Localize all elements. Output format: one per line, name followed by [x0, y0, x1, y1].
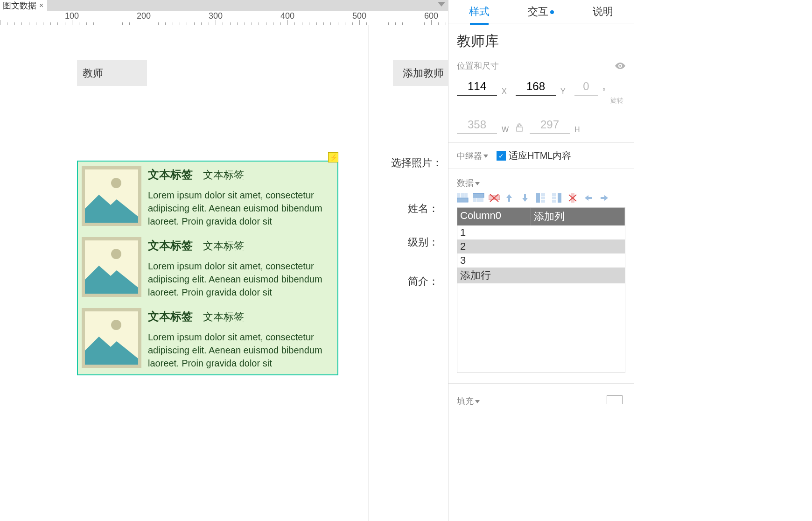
svg-rect-15	[541, 200, 545, 203]
design-canvas[interactable]: 教师 添加教师 选择照片： 姓名： 级别： 简介： ⚡ 文本标签 文本标签 Lo…	[0, 25, 448, 521]
image-placeholder[interactable]	[82, 166, 141, 226]
insert-col-right-icon[interactable]	[552, 193, 564, 203]
svg-point-0	[619, 65, 621, 67]
table-row[interactable]: 3	[457, 253, 625, 268]
add-row[interactable]: 添加行	[457, 268, 625, 283]
guide-line	[369, 25, 369, 521]
repeater-section-label[interactable]: 中继器	[457, 150, 488, 162]
select-photo-label: 选择照片：	[391, 156, 442, 170]
h-label: h	[574, 126, 584, 134]
add-teacher-button[interactable]: 添加教师	[393, 60, 454, 86]
ruler-label: 300	[209, 11, 223, 21]
item-body: Lorem ipsum dolor sit amet, consectetur …	[148, 189, 334, 228]
svg-rect-4	[464, 193, 468, 197]
svg-rect-16	[558, 193, 561, 203]
panel-tabs: 样式 交互 说明	[448, 0, 634, 23]
rotation-sublabel: 旋转	[448, 97, 634, 105]
item-body: Lorem ipsum dolor sit amet, consectetur …	[148, 260, 334, 299]
horizontal-ruler: 100200300400500600	[0, 11, 448, 25]
list-item[interactable]: 文本标签 文本标签 Lorem ipsum dolor sit amet, co…	[78, 303, 337, 374]
move-left-icon[interactable]	[584, 193, 596, 203]
svg-rect-18	[552, 197, 556, 199]
move-up-icon[interactable]	[504, 193, 517, 203]
data-table[interactable]: Column0 添加列 1 2 3 添加行	[457, 207, 625, 373]
svg-rect-7	[476, 198, 480, 202]
ruler-label: 500	[352, 11, 366, 21]
insert-col-left-icon[interactable]	[536, 193, 548, 203]
ruler-label: 400	[280, 11, 294, 21]
svg-rect-14	[541, 197, 545, 199]
svg-rect-13	[541, 193, 545, 196]
intro-field-label: 简介：	[408, 275, 439, 289]
move-right-icon[interactable]	[600, 193, 612, 203]
y-input[interactable]	[516, 78, 556, 96]
data-section-label[interactable]: 数据	[448, 169, 634, 193]
degree-label: °	[602, 87, 612, 96]
widget-name[interactable]: 教师库	[448, 23, 634, 56]
svg-rect-6	[473, 198, 476, 202]
tab-style[interactable]: 样式	[448, 5, 510, 19]
tab-current[interactable]: 图文数据 ×	[0, 0, 47, 11]
inspector-panel: 样式 交互 说明 教师库 位置和尺寸 x y ° 旋转 w h 中继器 ✓ 适应…	[448, 0, 634, 521]
svg-rect-5	[473, 193, 484, 197]
y-label: y	[560, 87, 570, 96]
chevron-down-icon	[475, 400, 480, 403]
image-placeholder[interactable]	[82, 308, 141, 368]
interaction-bolt-icon[interactable]: ⚡	[328, 152, 338, 162]
insert-row-above-icon[interactable]	[457, 193, 469, 203]
item-title: 文本标签	[148, 167, 193, 182]
svg-rect-19	[552, 200, 556, 203]
ruler-label: 600	[424, 11, 438, 21]
svg-rect-12	[536, 193, 540, 203]
list-item[interactable]: 文本标签 文本标签 Lorem ipsum dolor sit amet, co…	[78, 162, 337, 232]
ruler-label: 200	[137, 11, 151, 21]
svg-rect-1	[457, 198, 468, 202]
close-icon[interactable]: ×	[39, 1, 43, 10]
w-label: w	[502, 126, 511, 134]
x-input[interactable]	[457, 78, 497, 96]
image-placeholder[interactable]	[82, 237, 141, 297]
tab-interact[interactable]: 交互	[510, 5, 572, 19]
height-input[interactable]	[530, 116, 570, 134]
repeater-widget[interactable]: ⚡ 文本标签 文本标签 Lorem ipsum dolor sit amet, …	[77, 161, 338, 375]
chevron-down-icon	[483, 155, 488, 158]
item-subtitle: 文本标签	[203, 239, 244, 253]
width-input[interactable]	[457, 116, 497, 134]
teacher-label-widget[interactable]: 教师	[77, 60, 147, 86]
list-item[interactable]: 文本标签 文本标签 Lorem ipsum dolor sit amet, co…	[78, 232, 337, 303]
svg-rect-2	[457, 193, 460, 197]
delete-row-icon[interactable]	[489, 193, 501, 203]
add-column-header[interactable]: 添加列	[531, 208, 625, 225]
fit-html-label: 适应HTML内容	[509, 149, 571, 162]
item-title: 文本标签	[148, 238, 193, 253]
insert-row-below-icon[interactable]	[473, 193, 485, 203]
item-title: 文本标签	[148, 309, 193, 324]
svg-rect-3	[461, 193, 464, 197]
item-body: Lorem ipsum dolor sit amet, consectetur …	[148, 331, 334, 370]
item-subtitle: 文本标签	[203, 310, 244, 324]
column-header-0[interactable]: Column0	[457, 208, 531, 225]
tab-desc[interactable]: 说明	[572, 5, 634, 19]
visibility-icon[interactable]	[615, 61, 625, 71]
fit-html-checkbox[interactable]: ✓	[497, 151, 506, 161]
data-toolbar	[448, 193, 634, 207]
rotation-input[interactable]	[574, 78, 598, 96]
move-down-icon[interactable]	[520, 193, 532, 203]
tab-label: 图文数据	[3, 0, 36, 11]
item-subtitle: 文本标签	[203, 168, 244, 182]
fill-section-label[interactable]: 填充	[457, 396, 480, 406]
name-field-label: 姓名：	[408, 202, 439, 216]
table-row[interactable]: 1	[457, 225, 625, 239]
fill-color-swatch[interactable]	[607, 395, 623, 404]
lock-icon[interactable]	[516, 123, 523, 134]
level-field-label: 级别：	[408, 235, 439, 249]
svg-rect-17	[552, 193, 556, 196]
interaction-indicator-dot	[550, 10, 554, 14]
chevron-down-icon	[475, 182, 480, 185]
tab-dropdown-icon[interactable]	[438, 2, 445, 7]
delete-col-icon[interactable]	[568, 193, 580, 203]
table-row[interactable]: 2	[457, 239, 625, 253]
x-label: x	[502, 87, 511, 96]
svg-rect-8	[480, 198, 483, 202]
ruler-label: 100	[65, 11, 79, 21]
